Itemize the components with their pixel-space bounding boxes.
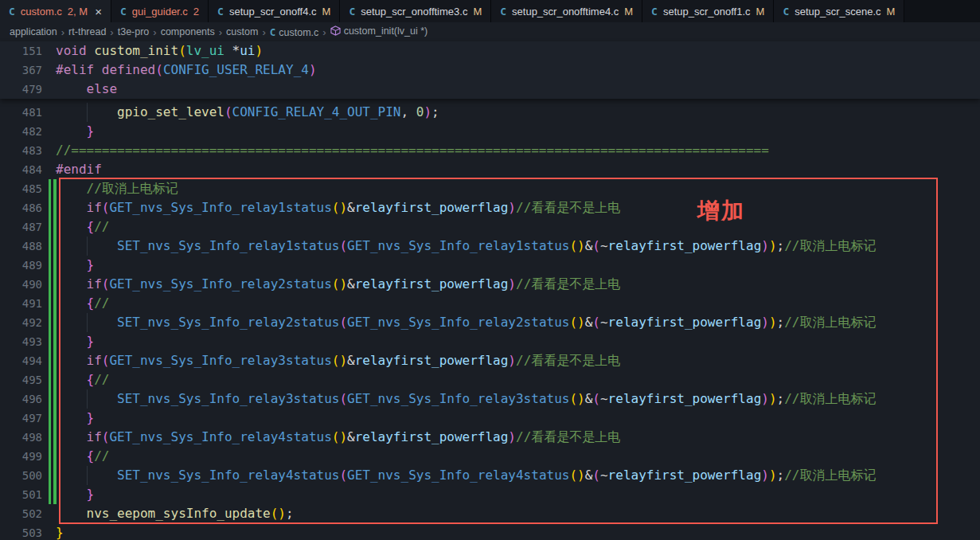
tab-label: setup_scr_onoff1.c xyxy=(663,6,751,18)
c-file-icon: C xyxy=(9,6,15,18)
tab-decoration-badge: M xyxy=(473,6,482,18)
breadcrumb-item-application[interactable]: application xyxy=(10,26,57,37)
code-text: #elif defined(CONFIG_USER_RELAY_4) xyxy=(56,61,317,80)
tab-setup_scr_onofftime4.c[interactable]: Csetup_scr_onofftime4.cM xyxy=(491,0,642,22)
code-line-491[interactable]: 491 {// xyxy=(0,294,980,313)
code-line-490[interactable]: 490 if(GET_nvs_Sys_Info_relay2status()&r… xyxy=(0,275,980,294)
code-editor[interactable]: 481 gpio_set_level(CONFIG_RELAY_4_OUT_PI… xyxy=(0,41,980,540)
tab-setup_scr_onofftime3.c[interactable]: Csetup_scr_onofftime3.cM xyxy=(340,0,491,22)
code-line-488[interactable]: 488 SET_nvs_Sys_Info_relay1status(GET_nv… xyxy=(0,237,980,256)
code-line-494[interactable]: 494 if(GET_nvs_Sys_Info_relay3status()&r… xyxy=(0,351,980,370)
code-text: //取消上电标记 xyxy=(56,179,178,198)
code-text: //======================================… xyxy=(56,141,769,160)
code-line-501[interactable]: 501 } xyxy=(0,485,980,504)
code-line-498[interactable]: 498 if(GET_nvs_Sys_Info_relay4status()&r… xyxy=(0,428,980,447)
line-number: 497 xyxy=(0,409,42,428)
code-text: gpio_set_level(CONFIG_RELAY_4_OUT_PIN, 0… xyxy=(56,103,439,122)
code-text: void custom_init(lv_ui *ui) xyxy=(56,41,263,61)
code-text: } xyxy=(56,256,94,275)
breadcrumb-item-file[interactable]: Ccustom.c xyxy=(270,26,319,38)
chevron-right-icon: › xyxy=(219,26,222,38)
line-number: 493 xyxy=(0,332,42,351)
tab-label: gui_guider.c xyxy=(132,6,188,18)
code-text: #endif xyxy=(56,160,102,179)
tab-setup_scr_onoff4.c[interactable]: Csetup_scr_onoff4.cM xyxy=(209,0,340,22)
line-number: 499 xyxy=(0,447,42,466)
code-line-151[interactable]: 151void custom_init(lv_ui *ui) xyxy=(0,41,980,61)
tab-decoration-badge: 2 xyxy=(193,6,199,18)
code-line-481[interactable]: 481 gpio_set_level(CONFIG_RELAY_4_OUT_PI… xyxy=(0,103,980,122)
line-number: 498 xyxy=(0,428,42,447)
code-line-485[interactable]: 485 //取消上电标记 xyxy=(0,179,980,198)
code-line-495[interactable]: 495 {// xyxy=(0,370,980,389)
line-number: 489 xyxy=(0,256,42,275)
line-number: 479 xyxy=(0,80,42,99)
breadcrumb-item-custom[interactable]: custom xyxy=(226,26,258,37)
line-number: 500 xyxy=(0,466,42,485)
code-line-497[interactable]: 497 } xyxy=(0,409,980,428)
line-number: 481 xyxy=(0,103,42,122)
breadcrumb-item-rt-thread[interactable]: rt-thread xyxy=(68,26,106,37)
c-file-icon: C xyxy=(270,26,276,38)
line-number: 482 xyxy=(0,122,42,141)
code-line-479[interactable]: 479 else xyxy=(0,80,980,99)
breadcrumb-item-symbol[interactable]: custom_init(lv_ui *) xyxy=(330,25,428,38)
code-line-503[interactable]: 503} xyxy=(0,523,980,540)
tab-decoration-badge: M xyxy=(887,6,896,18)
line-number: 483 xyxy=(0,141,42,160)
line-number: 495 xyxy=(0,370,42,389)
code-line-482[interactable]: 482 } xyxy=(0,122,980,141)
chevron-right-icon: › xyxy=(262,26,265,38)
c-file-icon: C xyxy=(120,6,127,18)
close-icon[interactable]: × xyxy=(95,6,102,18)
tab-decoration-badge: M xyxy=(756,6,765,18)
code-text: {// xyxy=(56,370,109,389)
line-number: 490 xyxy=(0,275,42,294)
code-line-502[interactable]: 502 nvs_eepom_sysInfo_update(); xyxy=(0,504,980,523)
line-number: 367 xyxy=(0,61,42,80)
code-line-484[interactable]: 484#endif xyxy=(0,160,980,179)
editor-tab-bar: Ccustom.c2, M×Cgui_guider.c2Csetup_scr_o… xyxy=(0,0,980,22)
c-file-icon: C xyxy=(783,6,789,18)
code-lines: 481 gpio_set_level(CONFIG_RELAY_4_OUT_PI… xyxy=(0,99,980,540)
code-text: if(GET_nvs_Sys_Info_relay3status()&relay… xyxy=(56,351,620,370)
code-text: {// xyxy=(56,447,109,466)
tab-custom.c[interactable]: Ccustom.c2, M× xyxy=(0,0,111,22)
tab-label: setup_scr_onofftime4.c xyxy=(512,6,619,18)
tab-gui_guider.c[interactable]: Cgui_guider.c2 xyxy=(111,0,209,22)
code-text: SET_nvs_Sys_Info_relay1status(GET_nvs_Sy… xyxy=(56,237,876,256)
code-line-492[interactable]: 492 SET_nvs_Sys_Info_relay2status(GET_nv… xyxy=(0,313,980,332)
line-number: 151 xyxy=(0,41,42,61)
breadcrumb-item-components[interactable]: components xyxy=(161,26,215,37)
tab-setup_scr_onoff1.c[interactable]: Csetup_scr_onoff1.cM xyxy=(642,0,774,22)
code-line-499[interactable]: 499 {// xyxy=(0,447,980,466)
code-line-483[interactable]: 483//===================================… xyxy=(0,141,980,160)
chevron-right-icon: › xyxy=(61,26,64,38)
code-line-500[interactable]: 500 SET_nvs_Sys_Info_relay4status(GET_nv… xyxy=(0,466,980,485)
code-line-486[interactable]: 486 if(GET_nvs_Sys_Info_relay1status()&r… xyxy=(0,198,980,217)
tab-decoration-badge: M xyxy=(624,6,633,18)
code-line-496[interactable]: 496 SET_nvs_Sys_Info_relay3status(GET_nv… xyxy=(0,389,980,409)
breadcrumb-item-t3e-pro[interactable]: t3e-pro xyxy=(118,26,150,37)
tab-label: custom.c xyxy=(21,6,62,18)
code-text: SET_nvs_Sys_Info_relay4status(GET_nvs_Sy… xyxy=(56,466,876,485)
code-line-493[interactable]: 493 } xyxy=(0,332,980,351)
line-number: 491 xyxy=(0,294,42,313)
tab-setup_scr_scene.c[interactable]: Csetup_scr_scene.cM xyxy=(774,0,904,22)
chevron-right-icon: › xyxy=(110,26,113,38)
tab-label: setup_scr_onofftime3.c xyxy=(361,6,467,18)
code-text: } xyxy=(56,332,94,351)
line-number: 487 xyxy=(0,217,42,237)
code-text: } xyxy=(56,523,64,540)
code-text: if(GET_nvs_Sys_Info_relay2status()&relay… xyxy=(56,275,620,294)
line-number: 496 xyxy=(0,389,42,409)
code-text: if(GET_nvs_Sys_Info_relay1status()&relay… xyxy=(56,198,620,217)
code-text: SET_nvs_Sys_Info_relay2status(GET_nvs_Sy… xyxy=(56,313,876,332)
code-line-487[interactable]: 487 {// xyxy=(0,217,980,237)
code-text: } xyxy=(56,122,94,141)
c-file-icon: C xyxy=(651,6,658,18)
tab-label: setup_scr_onoff4.c xyxy=(229,6,317,18)
code-line-367[interactable]: 367#elif defined(CONFIG_USER_RELAY_4) xyxy=(0,61,980,80)
code-line-489[interactable]: 489 } xyxy=(0,256,980,275)
line-number: 488 xyxy=(0,237,42,256)
